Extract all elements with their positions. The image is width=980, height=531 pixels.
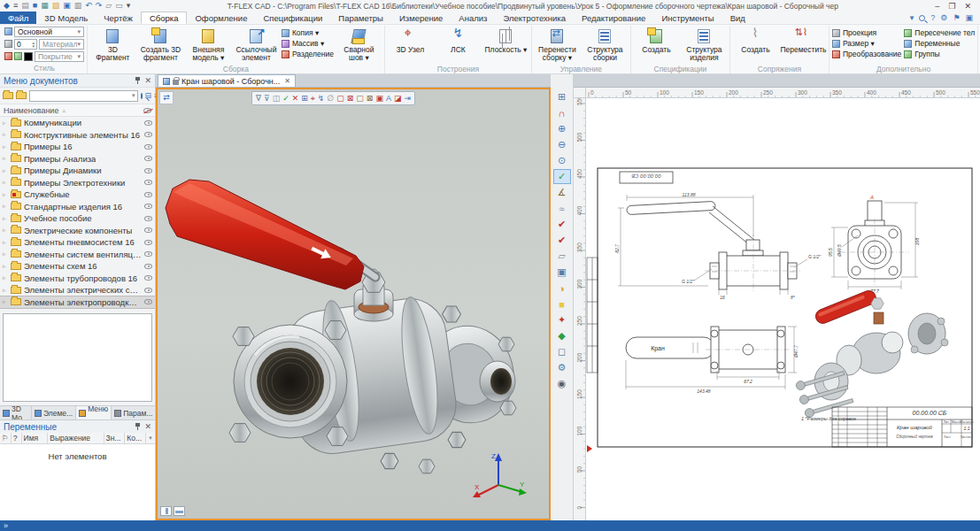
level-stepper[interactable]: 0▴▾ bbox=[14, 39, 37, 50]
expand-arrow-icon[interactable]: ▹ bbox=[3, 250, 8, 258]
library-tree-item[interactable]: ▹Стандартные изделия 16 bbox=[0, 201, 155, 213]
visibility-eye-icon[interactable] bbox=[144, 168, 152, 173]
menu-icon[interactable]: ≡ bbox=[13, 2, 18, 10]
library-tree-item[interactable]: ▹Элементы электропроводки 16 bbox=[0, 296, 155, 309]
expand-arrow-icon[interactable]: ▹ bbox=[3, 274, 8, 281]
drawing-canvas[interactable]: 00.00.00 СБ bbox=[586, 98, 980, 520]
ribbon-button[interactable]: Переместить bbox=[781, 26, 826, 54]
library-tree-item[interactable]: ▹Примеры Электротехники bbox=[0, 177, 155, 189]
ribbon-button[interactable]: Перенести сборку ▾ bbox=[535, 26, 580, 62]
save-icon[interactable]: ▣ bbox=[63, 2, 71, 10]
ribbon-button[interactable]: Ссылочный элемент bbox=[234, 26, 279, 62]
visibility-eye-icon[interactable] bbox=[144, 204, 152, 209]
visibility-eye-icon[interactable] bbox=[144, 275, 152, 281]
expand-arrow-icon[interactable]: ▹ bbox=[3, 203, 8, 210]
split-vertical-button[interactable] bbox=[160, 506, 172, 516]
library-tree-item[interactable]: ▹Конструктивные элементы 16 bbox=[0, 129, 155, 142]
expand-arrow-icon[interactable]: ▹ bbox=[3, 131, 8, 138]
redo-icon[interactable]: ↷ bbox=[96, 2, 103, 10]
ribbon-button[interactable]: Плоскость ▾ bbox=[483, 26, 529, 54]
material-icon[interactable]: ■ bbox=[553, 296, 571, 312]
new-document-icon[interactable]: ▤ bbox=[21, 2, 29, 10]
ribbon-button[interactable]: Группы bbox=[904, 50, 975, 58]
clear-selection-icon[interactable]: ✕ bbox=[292, 95, 299, 103]
visibility-eye-icon[interactable] bbox=[144, 288, 152, 293]
help-icon[interactable]: ? bbox=[930, 13, 935, 22]
ribbon-button[interactable]: ЛСК bbox=[436, 26, 481, 54]
ribbon-tab[interactable]: Вид bbox=[722, 12, 753, 24]
expand-arrow-icon[interactable]: ▹ bbox=[3, 167, 8, 174]
library-tree-item[interactable]: ▹Примеры Динамики bbox=[0, 165, 155, 177]
library-tree-item[interactable]: ▹Элементы трубопроводов 16 bbox=[0, 273, 155, 285]
document-tab[interactable]: Кран шаровой - Сборочн... ✕ bbox=[158, 74, 296, 87]
variables-column-header[interactable]: ? bbox=[12, 433, 22, 443]
variables-column-header[interactable]: Выражение bbox=[48, 433, 104, 443]
snap-magnet-icon[interactable]: ∩ bbox=[553, 105, 571, 120]
undo-icon[interactable]: ↶ bbox=[85, 2, 92, 10]
expand-arrow-icon[interactable]: ▹ bbox=[3, 155, 8, 162]
ribbon-button[interactable]: Создать bbox=[733, 26, 778, 54]
library-tree-item[interactable]: ▹Элементы схем 16 bbox=[0, 260, 155, 273]
ribbon-button[interactable]: Массив ▾ bbox=[282, 39, 334, 48]
workplanes-icon[interactable]: ⊞ bbox=[553, 89, 571, 104]
color-swatch[interactable] bbox=[24, 52, 33, 61]
expand-arrow-icon[interactable]: ▹ bbox=[3, 215, 8, 222]
print-icon[interactable]: ▥ bbox=[74, 2, 82, 10]
flag-icon[interactable]: ⚑ bbox=[953, 13, 960, 22]
visibility-eye-icon[interactable] bbox=[144, 264, 152, 269]
library-tree-item[interactable]: ▹Служебные bbox=[0, 189, 155, 201]
close-panel-button[interactable]: ✕ bbox=[144, 76, 151, 85]
camera-icon[interactable]: ◉ bbox=[553, 376, 571, 391]
library-tree-item[interactable]: ▹Учебное пособие bbox=[0, 212, 155, 225]
tools-icon[interactable]: ⚙ bbox=[553, 360, 571, 375]
filter-layers-icon[interactable]: ◫ bbox=[273, 95, 281, 103]
close-button[interactable]: ✕ bbox=[964, 2, 971, 11]
render-mode-icon[interactable]: ◑ bbox=[553, 281, 571, 296]
section-plane-icon[interactable]: ▱ bbox=[553, 249, 571, 264]
axes-icon[interactable]: ↯ bbox=[318, 95, 325, 103]
library-tree-item[interactable]: ▹Примеры 16 bbox=[0, 141, 155, 153]
ribbon-button[interactable]: Структура изделия bbox=[682, 26, 727, 62]
library-tree-item[interactable]: ▹Коммуникации bbox=[0, 117, 155, 129]
pin-icon[interactable] bbox=[135, 77, 140, 85]
ribbon-button[interactable]: Переменные bbox=[904, 39, 975, 48]
expand-arrow-icon[interactable]: ▹ bbox=[3, 239, 8, 246]
ribbon-tab[interactable]: Параметры bbox=[330, 12, 391, 24]
camera-view-icon[interactable]: ◆ bbox=[553, 328, 571, 343]
filter-funnel-icon[interactable]: ▼ bbox=[146, 433, 155, 443]
show-all-bodies-icon[interactable]: ⊠ bbox=[367, 95, 374, 103]
ribbon-button[interactable]: Создать bbox=[634, 26, 679, 54]
expand-arrow-icon[interactable]: ▹ bbox=[3, 119, 8, 127]
ribbon-tab[interactable]: Анализ bbox=[451, 12, 495, 24]
ribbon-button[interactable]: Структура сборки bbox=[583, 26, 628, 62]
panel-tab[interactable]: Меню ... bbox=[76, 406, 112, 419]
select-all-check-icon[interactable]: ✓ bbox=[282, 95, 289, 103]
library-tree-item[interactable]: ▹Элементы пневмосистем 16 bbox=[0, 236, 155, 249]
close-panel-button[interactable]: ✕ bbox=[144, 422, 151, 431]
exit-context-icon[interactable]: ⇥ bbox=[404, 95, 411, 103]
zoom-all-icon[interactable]: ⊙ bbox=[553, 153, 571, 168]
check-model-icon[interactable]: ✔ bbox=[553, 217, 571, 232]
search-input[interactable] bbox=[30, 91, 132, 101]
expand-arrow-icon[interactable]: ▹ bbox=[3, 263, 8, 270]
ribbon-button[interactable]: Сварной шов ▾ bbox=[336, 26, 382, 62]
expand-arrow-icon[interactable]: ▹ bbox=[3, 287, 8, 294]
ribbon-tab[interactable]: Инструменты bbox=[653, 12, 721, 24]
ribbon-button[interactable]: 3D Фрагмент bbox=[90, 26, 135, 62]
search-icon[interactable] bbox=[919, 15, 925, 21]
settings-gear-icon[interactable]: ⚙ bbox=[940, 13, 947, 22]
visibility-eye-icon[interactable] bbox=[144, 299, 152, 304]
ribbon-tab[interactable]: Чертёж bbox=[96, 12, 141, 24]
ribbon-tab[interactable]: Файл bbox=[0, 12, 36, 24]
workplane-icon[interactable]: ⊞ bbox=[301, 95, 308, 103]
zoom-out-icon[interactable]: ⊖ bbox=[553, 137, 571, 152]
visibility-eye-icon[interactable] bbox=[144, 192, 152, 197]
minimize-button[interactable]: – bbox=[935, 2, 939, 11]
panel-tab[interactable]: Парам... bbox=[112, 406, 156, 419]
visibility-eye-icon[interactable] bbox=[144, 240, 152, 245]
variables-column-header[interactable]: Имя bbox=[22, 433, 49, 443]
split-horizontal-button[interactable] bbox=[174, 506, 185, 516]
material-select[interactable]: Материал▾ bbox=[39, 39, 84, 50]
ribbon-button[interactable]: Преобразование bbox=[832, 50, 901, 58]
red-lever-handle[interactable] bbox=[166, 180, 364, 289]
